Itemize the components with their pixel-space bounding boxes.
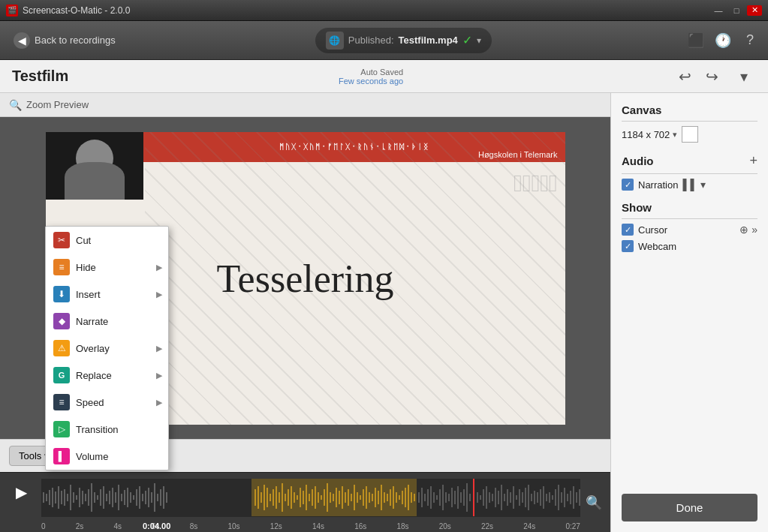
publish-dropdown-btn[interactable]: ▾ <box>477 35 481 46</box>
title-bar-title: Screencast-O-Matic - 2.0.0 <box>23 5 711 16</box>
menu-item-volume[interactable]: ▌ Volume <box>46 443 168 470</box>
time-end: 0:27 <box>565 522 580 530</box>
svg-rect-76 <box>351 494 352 501</box>
canvas-color-picker[interactable] <box>682 126 698 143</box>
menu-item-replace[interactable]: G Replace ▶ <box>46 362 168 389</box>
svg-rect-63 <box>312 489 313 506</box>
project-title: Testfilm <box>12 68 68 85</box>
svg-rect-44 <box>254 489 256 506</box>
back-to-recordings-button[interactable]: ◀ Back to recordings <box>8 29 122 52</box>
svg-rect-42 <box>166 492 167 503</box>
cursor-expand-icon[interactable]: » <box>751 224 757 236</box>
cursor-checkbox[interactable]: ✓ <box>622 224 634 236</box>
svg-rect-45 <box>258 486 259 509</box>
svg-rect-41 <box>163 486 164 509</box>
svg-rect-46 <box>261 492 262 503</box>
svg-rect-27 <box>121 494 122 501</box>
svg-rect-110 <box>451 488 453 507</box>
svg-rect-29 <box>127 488 128 507</box>
time-22s: 22s <box>481 522 493 530</box>
menu-item-transition[interactable]: ▷ Transition <box>46 416 168 443</box>
maximize-btn[interactable]: □ <box>729 5 744 16</box>
export-icon[interactable]: ⬛ <box>685 30 706 51</box>
svg-rect-68 <box>327 483 328 512</box>
narration-bar-icon[interactable]: ▌▌ <box>682 179 697 191</box>
svg-rect-144 <box>558 485 559 510</box>
hide-icon: ≡ <box>53 259 70 275</box>
svg-rect-30 <box>130 492 131 503</box>
menu-item-narrate[interactable]: ◆ Narrate <box>46 308 168 335</box>
svg-rect-16 <box>88 489 89 506</box>
undo-button[interactable]: ↩ <box>673 65 697 89</box>
help-icon[interactable]: ? <box>739 30 760 51</box>
add-audio-button[interactable]: + <box>749 153 757 169</box>
svg-rect-17 <box>91 483 92 512</box>
timeline: ▶ <box>0 472 610 532</box>
svg-rect-114 <box>463 489 465 506</box>
menu-item-hide[interactable]: ≡ Hide ▶ <box>46 254 168 281</box>
timeline-controls: ▶ <box>8 479 35 506</box>
video-main-text: Tesselering <box>216 256 393 300</box>
time-10s: 10s <box>227 522 239 530</box>
canvas-dropdown-icon[interactable]: ▾ <box>673 130 677 140</box>
svg-rect-71 <box>336 488 337 507</box>
svg-rect-127 <box>507 489 508 506</box>
svg-rect-125 <box>501 485 502 510</box>
history-icon[interactable]: 🕐 <box>712 30 733 51</box>
menu-item-speed[interactable]: ≡ Speed ▶ <box>46 389 168 416</box>
time-16s: 16s <box>354 522 366 530</box>
redo-button[interactable]: ↪ <box>700 65 724 89</box>
svg-rect-40 <box>160 489 161 506</box>
zoom-label: Zoom Preview <box>26 99 89 110</box>
svg-rect-25 <box>115 492 116 503</box>
top-toolbar: ◀ Back to recordings 🌐 Published: Testfi… <box>0 21 768 60</box>
svg-rect-106 <box>439 489 441 506</box>
svg-rect-101 <box>424 494 426 501</box>
svg-rect-115 <box>466 483 468 512</box>
svg-rect-31 <box>133 495 134 500</box>
done-button[interactable]: Done <box>622 494 757 521</box>
show-item-cursor: ✓ Cursor ⊕ » <box>622 224 757 236</box>
project-actions: ↩ ↪ ▾ <box>673 65 756 89</box>
time-14s: 14s <box>312 522 324 530</box>
svg-rect-145 <box>561 492 562 503</box>
time-24s: 24s <box>523 522 535 530</box>
menu-item-insert[interactable]: ⬇ Insert ▶ <box>46 281 168 308</box>
play-button[interactable]: ▶ <box>8 479 35 506</box>
menu-item-overlay[interactable]: ⚠ Overlay ▶ <box>46 335 168 362</box>
narration-checkbox[interactable]: ✓ <box>622 179 634 191</box>
cursor-label: Cursor <box>638 224 667 236</box>
show-item-webcam: ✓ Webcam <box>622 240 757 252</box>
svg-rect-39 <box>157 494 158 501</box>
cursor-target-icon[interactable]: ⊕ <box>739 224 748 236</box>
autosave-info: Auto Saved Few seconds ago <box>339 68 403 86</box>
project-bar: Testfilm Auto Saved Few seconds ago ↩ ↪ … <box>0 60 768 93</box>
svg-rect-130 <box>516 495 517 500</box>
timeline-search-button[interactable]: 🔍 <box>583 492 604 513</box>
close-btn[interactable]: ✕ <box>747 5 762 16</box>
zoom-icon: 🔍 <box>9 99 22 111</box>
title-bar: 🎬 Screencast-O-Matic - 2.0.0 — □ ✕ <box>0 0 768 21</box>
transition-label: Transition <box>76 424 119 435</box>
svg-rect-93 <box>402 491 403 504</box>
svg-rect-10 <box>70 485 71 510</box>
speed-icon: ≡ <box>53 394 70 410</box>
svg-rect-52 <box>279 492 280 503</box>
minimize-btn[interactable]: — <box>711 5 726 16</box>
webcam-checkbox[interactable]: ✓ <box>622 240 634 252</box>
timeline-track[interactable] <box>41 479 580 517</box>
svg-rect-15 <box>85 494 86 501</box>
menu-item-cut[interactable]: ✂ Cut <box>46 227 168 254</box>
svg-rect-141 <box>549 492 550 503</box>
svg-rect-137 <box>537 492 538 503</box>
svg-rect-150 <box>576 492 577 503</box>
publish-status: 🌐 Published: Testfilm.mp4 ✓ ▾ <box>315 28 492 53</box>
svg-rect-148 <box>570 491 571 504</box>
more-options-button[interactable]: ▾ <box>732 65 756 89</box>
svg-rect-129 <box>513 486 514 509</box>
narration-label: Narration <box>638 179 678 191</box>
webcam-label: Webcam <box>638 241 676 252</box>
svg-rect-131 <box>519 489 520 506</box>
narration-expand-icon[interactable]: ▾ <box>700 179 706 191</box>
time-0: 0 <box>41 522 46 530</box>
